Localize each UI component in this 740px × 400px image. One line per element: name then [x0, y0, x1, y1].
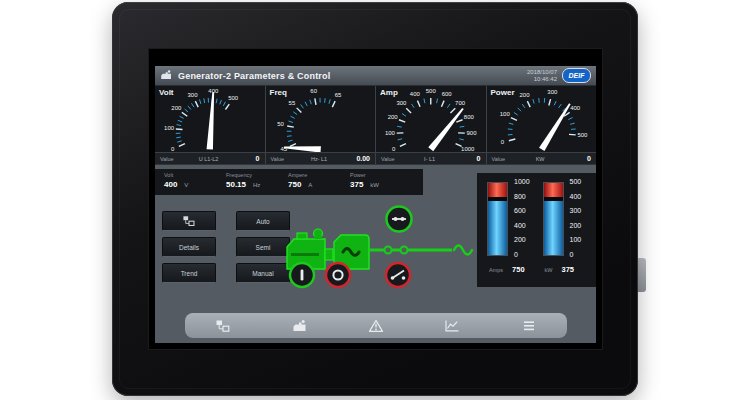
gauge-value-strip: ValueU L1-L20 — [155, 152, 265, 164]
diagram-button[interactable] — [162, 211, 216, 231]
svg-text:700: 700 — [455, 100, 466, 106]
readout-value: 375 — [350, 180, 363, 189]
readout-label: Ampere — [288, 172, 343, 178]
details-button[interactable]: Details — [162, 237, 216, 257]
nav-diagram[interactable] — [201, 316, 245, 336]
engine-icon — [160, 67, 173, 85]
readout-unit: kW — [370, 182, 379, 188]
bar-scale: 5004003002001000 — [570, 178, 582, 258]
nav-trend[interactable] — [430, 316, 474, 336]
readout-label: Frequency — [226, 172, 281, 178]
svg-text:500: 500 — [577, 132, 588, 138]
svg-text:300: 300 — [188, 92, 199, 98]
nav-generator[interactable] — [278, 316, 322, 336]
bar-fill — [544, 201, 563, 255]
svg-text:400: 400 — [570, 105, 581, 111]
menu-icon — [521, 319, 537, 333]
gauge-channel: U L1-L2 — [199, 156, 219, 162]
title-bar: Generator-2 Parameters & Control 2018/10… — [155, 66, 596, 86]
gauge-channel: I- L1 — [424, 156, 435, 162]
button-label: Semi — [256, 244, 271, 251]
diagram-icon — [215, 319, 231, 333]
gauge-freq: Freq4550556065ValueHz- L10.00 — [266, 86, 376, 164]
svg-text:1000: 1000 — [461, 146, 475, 152]
readout-unit: A — [308, 182, 312, 188]
gauge-value-label: Value — [160, 156, 174, 162]
coupling — [325, 249, 333, 260]
gauge-power: Power0100200300400500ValueKW0 — [487, 86, 597, 164]
hmi-ui: Generator-2 Parameters & Control 2018/10… — [155, 66, 596, 342]
svg-text:400: 400 — [410, 91, 421, 97]
node — [385, 247, 392, 254]
svg-text:50: 50 — [277, 121, 284, 127]
gauge-title: Freq — [270, 88, 287, 97]
hmi-panel-bezel: Generator-2 Parameters & Control 2018/10… — [112, 2, 638, 396]
stop-button[interactable] — [326, 263, 350, 287]
readout-ampere: Ampere750A — [281, 169, 343, 195]
diagram-icon — [182, 215, 196, 227]
gauge-value: 0 — [244, 155, 260, 162]
gauge-amp: Amp01002003004005006007008009001000Value… — [376, 86, 486, 164]
alarm-icon — [368, 319, 384, 333]
bar-value: 750 — [512, 265, 525, 274]
bottom-nav-bar — [185, 313, 567, 338]
readout-bar: Volt400VFrequency50.15HzAmpere750APower3… — [155, 169, 423, 195]
button-label: Details — [179, 244, 199, 251]
manual-button[interactable]: Manual — [236, 263, 290, 283]
bargraph-kw: 5004003002001000kW375 — [543, 182, 582, 287]
bar-alarm-zone — [488, 183, 507, 197]
gauge-value: 0 — [575, 155, 591, 162]
svg-text:300: 300 — [547, 89, 558, 95]
nav-alarms[interactable] — [354, 316, 398, 336]
gauge-value-strip: ValueHz- L10.00 — [266, 152, 376, 164]
readout-frequency: Frequency50.15Hz — [219, 169, 281, 195]
nav-menu[interactable] — [507, 316, 551, 336]
gauge-title: Amp — [380, 88, 398, 97]
time-text: 10:46:42 — [527, 76, 557, 82]
svg-text:300: 300 — [396, 100, 407, 106]
gauge-channel: KW — [536, 156, 545, 162]
grid-sine-icon — [454, 246, 472, 255]
bar-label: Amps — [489, 267, 503, 273]
trend-button[interactable]: Trend — [162, 263, 216, 283]
gauge-needle — [207, 92, 215, 149]
svg-text:55: 55 — [288, 100, 295, 106]
control-button-grid: AutoDetailsSemiTrendManual — [162, 211, 290, 283]
gauge-value: 0 — [465, 155, 481, 162]
readout-volt: Volt400V — [157, 169, 219, 195]
bargraph-panel: 10008006004002000Amps7505004003002001000… — [477, 173, 596, 287]
hmi-screen: Generator-2 Parameters & Control 2018/10… — [148, 48, 603, 350]
main-area: Volt400VFrequency50.15HzAmpere750APower3… — [155, 165, 596, 343]
svg-text:100: 100 — [499, 111, 510, 117]
svg-text:0: 0 — [500, 139, 504, 145]
svg-text:0: 0 — [392, 146, 396, 152]
bargraph-amps: 10008006004002000Amps750 — [487, 182, 530, 287]
date-text: 2018/10/07 — [527, 69, 557, 75]
svg-text:200: 200 — [171, 105, 182, 111]
auto-button[interactable]: Auto — [236, 211, 290, 231]
svg-text:500: 500 — [426, 88, 437, 94]
gauge-channel: Hz- L1 — [311, 156, 327, 162]
readout-unit: V — [184, 182, 188, 188]
readout-label: Power — [350, 172, 405, 178]
bar-label: kW — [545, 267, 553, 273]
gauge-value-label: Value — [381, 156, 395, 162]
datetime: 2018/10/07 10:46:42 — [527, 69, 557, 82]
readout-label: Volt — [164, 172, 219, 178]
bar-column — [487, 182, 508, 256]
svg-text:800: 800 — [464, 114, 475, 120]
svg-text:200: 200 — [519, 92, 530, 98]
svg-text:200: 200 — [388, 114, 399, 120]
semi-button[interactable]: Semi — [236, 237, 290, 257]
svg-text:100: 100 — [164, 125, 175, 131]
gauge-needle — [539, 103, 571, 151]
gauge-title: Power — [491, 88, 515, 97]
bar-fill — [488, 201, 507, 255]
svg-text:500: 500 — [228, 95, 239, 101]
readout-power: Power375kW — [343, 169, 405, 195]
svg-text:65: 65 — [334, 92, 341, 98]
gauge-value: 0.00 — [354, 155, 370, 162]
button-label: Trend — [181, 270, 198, 277]
bar-alarm-zone — [544, 183, 563, 197]
gauge-value-label: Value — [271, 156, 285, 162]
